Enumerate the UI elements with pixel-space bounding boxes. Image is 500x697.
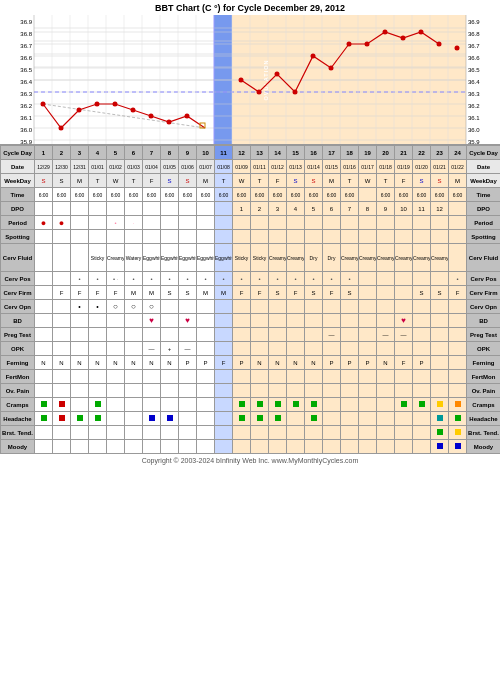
weekday-row: WeekDay S S M T W T F S S M T W T F S S … [1, 174, 501, 188]
moody-row: Moody Moody [1, 440, 501, 454]
svg-point-73 [113, 102, 118, 107]
headache-row: Headache [1, 412, 501, 426]
fertmon-row: FertMon FertMon [1, 370, 501, 384]
cervfluid-row: Cerv Fluid Sticky Creamy Watery Eggwhite… [1, 244, 501, 272]
bd-row: BD ♥ ♥ ♥ [1, 314, 501, 328]
bbt-chart: 36.9 36.8 36.7 36.6 36.5 36.4 36.3 36.2 … [0, 15, 500, 145]
spotting-row: Spotting Spotting [1, 230, 501, 244]
svg-text:36.5: 36.5 [20, 67, 32, 73]
pregtest-row: Preg Test — — — Preg Tes [1, 328, 501, 342]
svg-point-91 [455, 46, 460, 51]
svg-point-90 [437, 42, 442, 47]
chart-container: 36.9 36.8 36.7 36.6 36.5 36.4 36.3 36.2 … [0, 15, 500, 454]
svg-text:36.4: 36.4 [20, 79, 32, 85]
svg-text:36.0: 36.0 [468, 127, 480, 133]
date-row: Date 12/29 12/30 12/31 01/01 01/02 01/03… [1, 160, 501, 174]
svg-point-86 [365, 42, 370, 47]
page-wrapper: BBT Chart (C °) for Cycle December 29, 2… [0, 0, 500, 467]
svg-point-71 [77, 108, 82, 113]
svg-text:36.1: 36.1 [20, 115, 32, 121]
svg-text:35.9: 35.9 [468, 139, 480, 145]
svg-text:36.4: 36.4 [468, 79, 480, 85]
svg-text:36.1: 36.1 [468, 115, 480, 121]
svg-point-85 [347, 42, 352, 47]
svg-point-89 [419, 30, 424, 35]
svg-text:36.6: 36.6 [20, 55, 32, 61]
svg-text:36.3: 36.3 [468, 91, 480, 97]
svg-point-75 [149, 114, 154, 119]
cramps-row: Cramps [1, 398, 501, 412]
svg-point-80 [257, 90, 262, 95]
svg-text:OVULATION: OVULATION [263, 60, 269, 101]
svg-text:36.3: 36.3 [20, 91, 32, 97]
cervopn-row: Cerv Opn • • ○ ○ ○ [1, 300, 501, 314]
svg-point-79 [239, 78, 244, 83]
label-cycleday: Cycle Day [1, 146, 35, 160]
cervfirm-row: Cerv Firm F F F F M M S S M M F F S F S … [1, 286, 501, 300]
svg-point-84 [329, 66, 334, 71]
data-table: Cycle Day 1 2 3 4 5 6 7 8 9 10 11 12 13 … [0, 145, 500, 454]
svg-text:36.9: 36.9 [20, 19, 32, 25]
ovpain-row: Ov. Pain Ov. Pain [1, 384, 501, 398]
svg-point-77 [185, 114, 190, 119]
svg-text:36.6: 36.6 [468, 55, 480, 61]
svg-text:35.9: 35.9 [20, 139, 32, 145]
chart-title: BBT Chart (C °) for Cycle December 29, 2… [0, 0, 500, 15]
opk-row: OPK — + — [1, 342, 501, 356]
svg-point-88 [401, 36, 406, 41]
svg-point-83 [311, 54, 316, 59]
svg-point-87 [383, 30, 388, 35]
svg-text:36.7: 36.7 [20, 43, 32, 49]
cycle-day-row: Cycle Day 1 2 3 4 5 6 7 8 9 10 11 12 13 … [1, 146, 501, 160]
svg-point-82 [293, 90, 298, 95]
svg-text:36.2: 36.2 [468, 103, 480, 109]
svg-point-72 [95, 102, 100, 107]
svg-point-76 [167, 120, 172, 125]
svg-point-81 [275, 72, 280, 77]
time-row: Time 6:00 6:00 6:00 6:00 6:00 6:00 6:00 … [1, 188, 501, 202]
svg-text:36.8: 36.8 [20, 31, 32, 37]
footer: Copyright © 2003-2024 bInfinity Web Inc.… [0, 454, 500, 467]
svg-text:36.2: 36.2 [20, 103, 32, 109]
period-row: Period ● ● • · [1, 216, 501, 230]
svg-point-69 [41, 102, 46, 107]
svg-point-74 [131, 108, 136, 113]
svg-point-70 [59, 126, 64, 131]
svg-text:36.9: 36.9 [468, 19, 480, 25]
dpo-row: DPO 1 2 3 4 5 6 7 8 9 10 11 12 DP [1, 202, 501, 216]
brsttend-row: Brst. Tend. Brst. Ten [1, 426, 501, 440]
svg-text:36.0: 36.0 [20, 127, 32, 133]
svg-text:36.8: 36.8 [468, 31, 480, 37]
svg-text:36.7: 36.7 [468, 43, 480, 49]
ferning-row: Ferning N N N N N N N N P P F P N N N N … [1, 356, 501, 370]
svg-text:36.5: 36.5 [468, 67, 480, 73]
cervpos-row: Cerv Pos • • • · • • • • • • • • • • • •… [1, 272, 501, 286]
